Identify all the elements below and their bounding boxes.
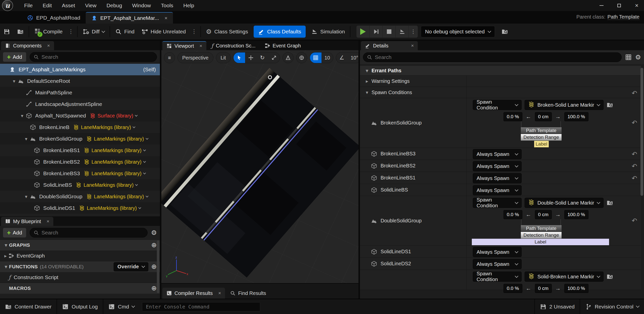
template-asset-dropdown[interactable]: Broken-Solid Lane Markir (525, 100, 604, 110)
my-blueprint-scrollbar[interactable] (157, 240, 159, 293)
asset-tab-1[interactable]: EPT_Asphalt_LaneMar...× (86, 12, 173, 24)
always-spawn-dropdown[interactable]: Always Spawn (473, 161, 522, 171)
perspective-dropdown[interactable]: Perspective (177, 52, 213, 63)
class-defaults-button[interactable]: Class Defaults (254, 26, 306, 38)
minimize-button[interactable] (598, 2, 605, 9)
range-end-input[interactable]: 100.0 % (564, 112, 588, 121)
functions-section-header[interactable]: ▾ FUNCTIONS (14 OVERRIDABLE) Override ⊕ (0, 261, 160, 272)
play-button[interactable] (356, 26, 370, 38)
close-icon[interactable]: × (411, 43, 414, 48)
tree-row-LandscapeAdjustmentSpline[interactable]: LandscapeAdjustmentSpline (0, 98, 160, 110)
details-tab[interactable]: Details × (361, 41, 418, 50)
rotate-tool-button[interactable]: ↻ (257, 52, 268, 63)
tab-viewport[interactable]: Viewport × (162, 41, 206, 50)
stop-button[interactable] (383, 26, 396, 38)
graphs-section-header[interactable]: ▾ GRAPHS ⊕ (0, 239, 160, 250)
caret-down-icon[interactable]: ▾ (23, 136, 29, 142)
viewport-canvas[interactable]: ≡ Perspective Lit ↻ 10 ∠ 10° » (161, 50, 358, 283)
browse-asset-button[interactable] (607, 200, 613, 206)
tree-row-BrokenSolidGroup[interactable]: ▾BrokenSolidGroupLaneMarkings (library) (0, 133, 160, 145)
close-icon[interactable]: × (199, 43, 202, 49)
my-blueprint-tab[interactable]: My Blueprint × (1, 217, 53, 226)
caret-down-icon[interactable]: ▾ (364, 68, 370, 74)
scale-tool-button[interactable] (268, 52, 280, 63)
details-search-input[interactable]: Search (363, 52, 622, 62)
stack-label-detection-range[interactable]: Detection Range (521, 134, 562, 141)
always-spawn-dropdown[interactable]: Always Spawn (473, 149, 522, 159)
menu-item-asset[interactable]: Asset (57, 0, 80, 11)
tab-construction-script[interactable]: ƒ Construction Sc... (207, 41, 260, 50)
tree-row-Asphalt_NotSpawned[interactable]: ▾Asphalt_NotSpawnedSurface (library) (0, 110, 160, 121)
event-graph-row[interactable]: ▸ EventGraph (0, 250, 160, 261)
tab-event-graph[interactable]: Event Graph (261, 41, 305, 50)
tree-row-BrokenLineB[interactable]: BrokenLineBLaneMarkings (library) (0, 121, 160, 133)
offset-input[interactable]: 0 cm (535, 210, 552, 219)
template-asset-dropdown[interactable]: Double-Solid Lane Markir (525, 198, 604, 208)
unsaved-button[interactable]: 2 Unsaved (535, 299, 580, 314)
tree-row-DoubleSolidGroup[interactable]: ▾DoubleSolidGroupLaneMarkings (library) (0, 191, 160, 202)
library-badge[interactable]: LaneMarkings (library) (86, 136, 148, 142)
gear-icon[interactable]: ⚙ (635, 53, 641, 61)
range-start-input[interactable]: 0.0 % (503, 284, 522, 293)
template-asset-dropdown[interactable]: Solid-Broken Lane Markir (525, 272, 604, 282)
tree-row-BrokenLineBS2[interactable]: BrokenLineBS2LaneMarkings (library) (0, 156, 160, 168)
compile-options-button[interactable]: ⋮ (66, 28, 76, 35)
hide-unrelated-button[interactable]: Hide Unrelated (138, 23, 189, 40)
add-macro-button[interactable]: ⊕ (151, 284, 157, 292)
offset-input[interactable]: 0 cm (535, 112, 552, 121)
spawn-condition-dropdown[interactable]: Spawn Condition (473, 198, 522, 208)
find-results-tab[interactable]: Find Results (225, 288, 271, 299)
console-command-input[interactable]: Enter Console Command (142, 302, 260, 311)
add-graph-button[interactable]: ⊕ (151, 241, 157, 249)
add-component-button[interactable]: +Add (3, 52, 26, 62)
caret-down-icon[interactable]: ▾ (19, 113, 25, 119)
tree-row-BrokenLineBS1[interactable]: BrokenLineBS1LaneMarkings (library) (0, 145, 160, 156)
close-icon[interactable]: × (47, 43, 50, 48)
library-badge[interactable]: Surface (library) (90, 113, 137, 119)
save-button[interactable] (0, 23, 14, 40)
browse-asset-button[interactable] (607, 102, 613, 108)
library-badge[interactable]: LaneMarkings (library) (84, 171, 146, 176)
debug-browse-button[interactable] (498, 23, 512, 40)
menu-item-debug[interactable]: Debug (102, 0, 127, 11)
compiler-results-tab[interactable]: Compiler Results × (162, 288, 225, 299)
stack-label-detection-range[interactable]: Detection Range (521, 232, 562, 238)
cmd-dropdown[interactable]: Cmd (103, 299, 140, 314)
hide-unrelated-options-button[interactable]: ⋮ (189, 28, 199, 35)
content-drawer-button[interactable]: Content Drawer (0, 299, 57, 314)
add-blueprint-item-button[interactable]: +Add (3, 228, 26, 237)
select-tool-button[interactable] (234, 52, 245, 63)
grid-snap-value[interactable]: 10 (321, 52, 333, 63)
library-badge[interactable]: LaneMarkings (library) (84, 148, 146, 153)
close-icon[interactable]: × (47, 219, 49, 224)
range-start-input[interactable]: 0.0 % (503, 112, 522, 121)
close-icon[interactable]: × (218, 290, 221, 296)
diff-button[interactable]: Diff (79, 23, 108, 40)
frame-skip-button[interactable] (370, 26, 383, 38)
tree-row-EPT_Asphalt_LaneMarkings[interactable]: EPT_Asphalt_LaneMarkings(Self) (0, 64, 160, 75)
camera-speed-button[interactable] (283, 52, 294, 63)
close-button[interactable]: × (633, 2, 640, 9)
compile-button[interactable]: ✓ Compile (31, 23, 66, 40)
range-end-input[interactable]: 100.0 % (564, 210, 588, 219)
construction-script-row[interactable]: ƒ Construction Script (0, 272, 160, 283)
reset-to-default-button[interactable]: ↶ (632, 89, 637, 97)
reset-to-default-button[interactable]: ↶ (632, 174, 637, 182)
range-end-input[interactable]: 100.0 % (564, 284, 588, 293)
library-badge[interactable]: LaneMarkings (library) (86, 194, 148, 200)
always-spawn-dropdown[interactable]: Always Spawn (473, 173, 522, 183)
override-dropdown[interactable]: Override (114, 262, 148, 271)
parent-class-link[interactable]: Path Template (608, 14, 640, 20)
output-log-button[interactable]: Output Log (57, 299, 103, 314)
caret-down-icon[interactable]: ▾ (11, 78, 17, 84)
eject-button[interactable] (396, 26, 409, 38)
browse-asset-button[interactable] (607, 273, 613, 280)
find-button[interactable]: Find (112, 23, 138, 40)
grid-snap-button[interactable] (310, 52, 321, 63)
library-badge[interactable]: LaneMarkings (library) (84, 159, 146, 165)
tree-row-SolidLineDS1[interactable]: SolidLineDS1LaneMarkings (library) (0, 202, 160, 214)
viewport-menu-button[interactable]: ≡ (164, 52, 175, 63)
display-filter-icon[interactable] (625, 54, 632, 60)
details-scrollbar[interactable] (640, 68, 643, 196)
angle-snap-button[interactable]: ∠ (336, 52, 348, 63)
